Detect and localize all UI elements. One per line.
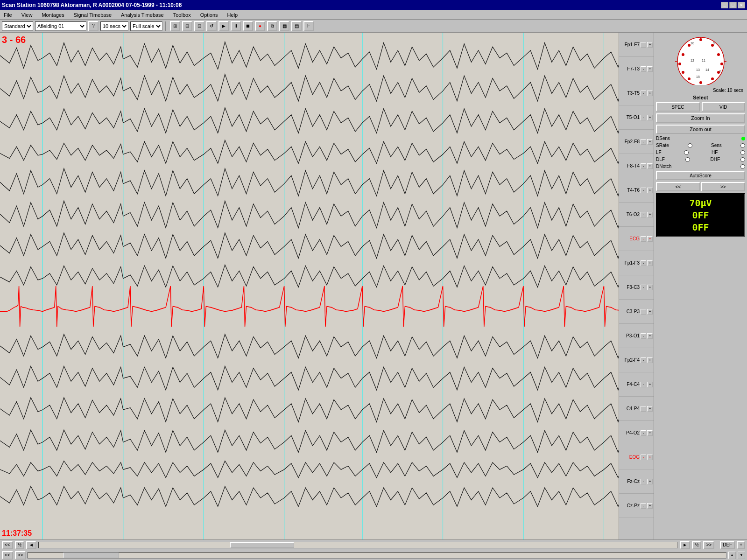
ch-plus-fp1f3[interactable]: + bbox=[647, 260, 653, 266]
table-btn[interactable]: ▤ bbox=[291, 21, 302, 31]
ch-minus-p4o2[interactable]: - bbox=[641, 430, 646, 436]
nav-prev-half-btn[interactable]: ½ bbox=[15, 541, 24, 549]
zoom-out-button[interactable]: Zoom out bbox=[656, 125, 745, 134]
dnotch-radio[interactable] bbox=[740, 164, 745, 169]
small-left-btn[interactable]: << bbox=[2, 551, 13, 560]
ch-minus-fzcz[interactable]: - bbox=[641, 479, 646, 484]
pause-btn[interactable]: ⏸ bbox=[231, 21, 241, 31]
minimize-button[interactable]: _ bbox=[721, 2, 728, 8]
nav-prev-btn[interactable]: ◄ bbox=[26, 541, 36, 549]
dhf-radio[interactable] bbox=[740, 157, 745, 162]
ch-plus-f4c4[interactable]: + bbox=[647, 382, 653, 387]
ch-plus-p4o2[interactable]: + bbox=[647, 430, 653, 436]
menu-view[interactable]: View bbox=[20, 12, 35, 18]
ch-minus-c3p3[interactable]: - bbox=[641, 309, 646, 315]
menu-options[interactable]: Options bbox=[198, 12, 220, 18]
stop-btn[interactable]: ⏹ bbox=[243, 21, 253, 31]
channel-select[interactable]: Afleiding 01 bbox=[35, 21, 86, 31]
srate-radio[interactable] bbox=[688, 143, 692, 148]
ch-plus-c3p3[interactable]: + bbox=[647, 309, 653, 315]
grid2-btn[interactable]: ▦ bbox=[279, 21, 289, 31]
nav-next-half-btn[interactable]: ½ bbox=[692, 541, 701, 549]
flag-btn[interactable]: F bbox=[303, 21, 314, 31]
scroll-up-btn[interactable]: ▲ bbox=[728, 552, 736, 559]
menu-file[interactable]: File bbox=[2, 12, 14, 18]
ch-minus-f3c3[interactable]: - bbox=[641, 285, 646, 290]
ch-plus-t6o2[interactable]: + bbox=[647, 212, 653, 217]
scroll-down-btn[interactable]: ▼ bbox=[738, 552, 745, 559]
ch-plus-fp1f7[interactable]: + bbox=[647, 42, 653, 48]
ch-plus-fp2f4[interactable]: + bbox=[647, 357, 653, 363]
ch-plus-t5o1[interactable]: + bbox=[647, 115, 653, 120]
scrollbar-area[interactable] bbox=[38, 542, 678, 548]
nav-next-btn[interactable]: ► bbox=[680, 541, 690, 549]
ch-plus-fp2f8[interactable]: + bbox=[647, 139, 653, 145]
montage-select[interactable]: Standard bbox=[2, 21, 33, 31]
nav-prev-prev-btn[interactable]: << bbox=[2, 541, 13, 549]
dlf-radio[interactable] bbox=[685, 157, 690, 162]
ch-minus-fp1f7[interactable]: - bbox=[641, 42, 646, 48]
spec-button[interactable]: SPEC bbox=[656, 102, 700, 112]
ch-minus-t3t5[interactable]: - bbox=[641, 91, 646, 96]
ch-minus-ecg[interactable]: - bbox=[641, 236, 646, 242]
ch-minus-eog[interactable]: - bbox=[641, 455, 646, 460]
ch-minus-fp2f8[interactable]: - bbox=[641, 139, 646, 145]
lf-radio[interactable] bbox=[684, 150, 689, 155]
plus-btn[interactable]: + bbox=[737, 541, 745, 549]
timebase-select[interactable]: 10 secs bbox=[100, 21, 128, 31]
ch-minus-t6o2[interactable]: - bbox=[641, 212, 646, 217]
ch-minus-t5o1[interactable]: - bbox=[641, 115, 646, 120]
scale-select[interactable]: Full scale bbox=[130, 21, 162, 31]
ch-plus-f3c3[interactable]: + bbox=[647, 285, 653, 290]
copy-btn[interactable]: ⧉ bbox=[267, 21, 277, 31]
ch-minus-p3o1[interactable]: - bbox=[641, 333, 646, 339]
ch-plus-eog[interactable]: + bbox=[647, 455, 653, 460]
sens-radio[interactable] bbox=[740, 143, 745, 148]
bottom-scrollbar2[interactable] bbox=[28, 552, 726, 559]
hf-radio[interactable] bbox=[740, 150, 745, 155]
ch-minus-t4t6[interactable]: - bbox=[641, 188, 646, 193]
grid-btn[interactable]: ⊟ bbox=[182, 21, 192, 31]
zoom-in-button[interactable]: Zoom In bbox=[656, 113, 745, 123]
ch-minus-f8t4[interactable]: - bbox=[641, 163, 646, 169]
ch-plus-t4t6[interactable]: + bbox=[647, 188, 653, 193]
ch-minus-c4p4[interactable]: - bbox=[641, 406, 646, 412]
nav-prev-button[interactable]: << bbox=[656, 182, 700, 191]
ch-plus-f8t4[interactable]: + bbox=[647, 163, 653, 169]
menu-montages[interactable]: Montages bbox=[40, 12, 66, 18]
eeg-area[interactable]: 3 - 66 11:37:35 bbox=[0, 33, 654, 539]
ch-minus-f7t3[interactable]: - bbox=[641, 66, 646, 72]
menu-analysis-timebase[interactable]: Analysis Timebase bbox=[119, 12, 166, 18]
bottom-bar2: << >> ▲ ▼ bbox=[0, 550, 747, 560]
scrollbar2-thumb[interactable] bbox=[63, 553, 119, 558]
ch-plus-c4p4[interactable]: + bbox=[647, 406, 653, 412]
maximize-button[interactable]: □ bbox=[729, 2, 737, 8]
page-btn[interactable]: ⊡ bbox=[194, 21, 204, 31]
refresh-btn[interactable]: ↺ bbox=[206, 21, 217, 31]
vid-button[interactable]: VID bbox=[702, 102, 746, 112]
ch-plus-ecg[interactable]: + bbox=[647, 236, 653, 242]
nav-next-next-btn[interactable]: >> bbox=[703, 541, 714, 549]
autoscore-button[interactable]: AutoScore bbox=[656, 171, 745, 180]
play-btn[interactable]: ▶ bbox=[218, 21, 229, 31]
scrollbar-thumb[interactable] bbox=[230, 542, 294, 548]
ch-plus-p3o1[interactable]: + bbox=[647, 333, 653, 339]
small-right-btn[interactable]: >> bbox=[15, 551, 26, 560]
ch-plus-czpz[interactable]: + bbox=[647, 503, 653, 509]
ch-minus-f4c4[interactable]: - bbox=[641, 382, 646, 387]
fit-btn[interactable]: ⊞ bbox=[170, 21, 180, 31]
ch-minus-fp1f3[interactable]: - bbox=[641, 260, 646, 266]
def-btn[interactable]: DEF bbox=[720, 541, 735, 549]
question-btn[interactable]: ? bbox=[88, 21, 99, 31]
ch-plus-t3t5[interactable]: + bbox=[647, 91, 653, 96]
nav-next-button[interactable]: >> bbox=[701, 182, 746, 191]
ch-minus-czpz[interactable]: - bbox=[641, 503, 646, 509]
close-button[interactable]: × bbox=[738, 2, 745, 8]
menu-signal-timebase[interactable]: Signal Timebase bbox=[72, 12, 113, 18]
ch-plus-f7t3[interactable]: + bbox=[647, 66, 653, 72]
ch-plus-fzcz[interactable]: + bbox=[647, 479, 653, 484]
ch-minus-fp2f4[interactable]: - bbox=[641, 357, 646, 363]
menu-help[interactable]: Help bbox=[226, 12, 240, 18]
rec-btn[interactable]: ● bbox=[255, 21, 265, 31]
menu-toolbox[interactable]: Toolbox bbox=[171, 12, 193, 18]
